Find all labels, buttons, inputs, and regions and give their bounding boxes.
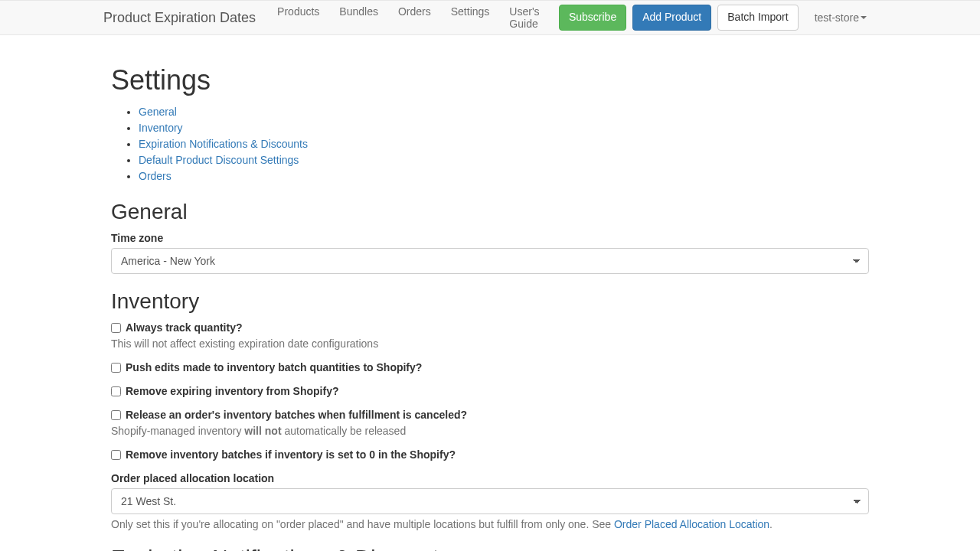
- page-title: Settings: [111, 64, 869, 96]
- nav-settings[interactable]: Settings: [441, 0, 500, 27]
- remove-zero-label[interactable]: Remove inventory batches if inventory is…: [111, 448, 869, 461]
- push-edits-label[interactable]: Push edits made to inventory batch quant…: [111, 361, 869, 373]
- nav-products[interactable]: Products: [267, 0, 329, 27]
- toc-inventory[interactable]: Inventory: [139, 122, 183, 134]
- navbar: Product Expiration Dates Products Bundle…: [0, 0, 980, 35]
- nav-right: Subscribe Add Product Batch Import test-…: [559, 2, 877, 33]
- release-help-strong: will not: [244, 425, 281, 437]
- release-canceled-label[interactable]: Release an order's inventory batches whe…: [111, 409, 869, 421]
- allocation-help-link[interactable]: Order Placed Allocation Location: [614, 518, 769, 530]
- nav-users-guide[interactable]: User's Guide: [499, 0, 559, 39]
- always-track-text: Always track quantity?: [126, 321, 243, 334]
- allocation-help-pre: Only set this if you're allocating on "o…: [111, 518, 614, 530]
- release-canceled-checkbox[interactable]: [111, 410, 121, 420]
- general-heading: General: [111, 200, 869, 224]
- toc-default-discount[interactable]: Default Product Discount Settings: [139, 154, 299, 166]
- main-container: Settings General Inventory Expiration No…: [103, 35, 877, 551]
- remove-zero-checkbox[interactable]: [111, 450, 121, 460]
- remove-expiring-checkbox[interactable]: [111, 386, 121, 396]
- allocation-select[interactable]: 21 West St.: [111, 488, 869, 514]
- allocation-label: Order placed allocation location: [111, 472, 869, 484]
- store-name: test-store: [815, 11, 859, 24]
- always-track-checkbox[interactable]: [111, 323, 121, 333]
- nav-bundles[interactable]: Bundles: [329, 0, 388, 27]
- toc-expiration[interactable]: Expiration Notifications & Discounts: [139, 138, 308, 150]
- batch-import-button[interactable]: Batch Import: [717, 5, 798, 31]
- toc-orders[interactable]: Orders: [139, 170, 172, 182]
- release-help: Shopify-managed inventory will not autom…: [111, 425, 869, 437]
- add-product-button[interactable]: Add Product: [632, 5, 711, 31]
- release-canceled-text: Release an order's inventory batches whe…: [126, 409, 467, 421]
- allocation-help: Only set this if you're allocating on "o…: [111, 518, 869, 530]
- toc-general[interactable]: General: [139, 106, 177, 118]
- nav-links: Products Bundles Orders Settings User's …: [267, 0, 559, 39]
- always-track-label[interactable]: Always track quantity?: [111, 321, 869, 334]
- inventory-heading: Inventory: [111, 289, 869, 314]
- remove-expiring-label[interactable]: Remove expiring inventory from Shopify?: [111, 385, 869, 397]
- nav-orders[interactable]: Orders: [388, 0, 441, 27]
- navbar-brand[interactable]: Product Expiration Dates: [103, 10, 267, 26]
- remove-zero-text: Remove inventory batches if inventory is…: [126, 448, 456, 461]
- subscribe-button[interactable]: Subscribe: [559, 5, 626, 31]
- store-dropdown[interactable]: test-store: [805, 2, 877, 33]
- push-edits-checkbox[interactable]: [111, 363, 121, 373]
- release-help-post: automatically be released: [282, 425, 407, 437]
- caret-down-icon: [861, 16, 867, 19]
- expiration-heading: Expiration Notifications & Discounts: [111, 546, 869, 551]
- push-edits-text: Push edits made to inventory batch quant…: [126, 361, 422, 373]
- always-track-help: This will not affect existing expiration…: [111, 337, 869, 350]
- toc-list: General Inventory Expiration Notificatio…: [111, 104, 869, 184]
- allocation-help-post: .: [769, 518, 773, 530]
- remove-expiring-text: Remove expiring inventory from Shopify?: [126, 385, 339, 397]
- release-help-pre: Shopify-managed inventory: [111, 425, 244, 437]
- timezone-label: Time zone: [111, 232, 869, 244]
- timezone-select[interactable]: America - New York: [111, 248, 869, 274]
